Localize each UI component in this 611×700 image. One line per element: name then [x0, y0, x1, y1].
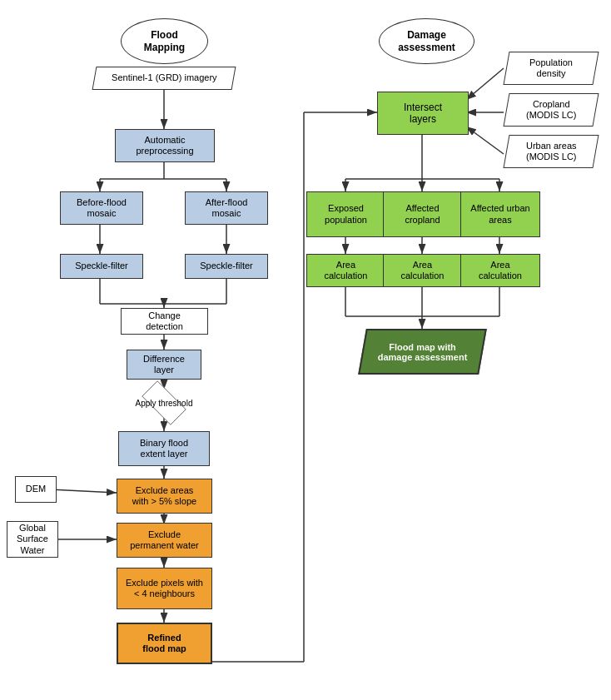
global-surface-node: Global Surface Water [7, 521, 58, 558]
flood-mapping-label: Flood Mapping [144, 29, 185, 53]
flood-mapping-node: Flood Mapping [121, 18, 208, 64]
damage-assessment-label: Damage assessment [398, 29, 455, 53]
exposed-population-node: Exposed population [306, 191, 385, 237]
flood-map-damage-node: Flood map with damage assessment [362, 329, 483, 375]
before-flood-label: Before-flood mosaic [77, 197, 127, 219]
speckle1-node: Speckle-filter [60, 254, 143, 279]
affected-urban-label: Affected urban areas [470, 203, 529, 225]
damage-assessment-node: Damage assessment [379, 18, 474, 64]
binary-flood-label: Binary flood extent layer [140, 438, 188, 459]
affected-cropland-label: Affected cropland [405, 203, 440, 225]
difference-layer-node: Difference layer [127, 350, 201, 380]
auto-preprocess-node: Automatic preprocessing [115, 129, 215, 162]
flood-map-damage-label: Flood map with damage assessment [378, 342, 468, 362]
exclude-pixels-node: Exclude pixels with < 4 neighbours [117, 568, 212, 609]
speckle2-node: Speckle-filter [185, 254, 268, 279]
change-detection-label: Change detection [146, 310, 183, 332]
exclude-slope-label: Exclude areas with > 5% slope [132, 485, 196, 507]
change-detection-node: Change detection [121, 308, 208, 335]
speckle2-label: Speckle-filter [200, 261, 253, 271]
affected-cropland-node: Affected cropland [383, 191, 462, 237]
area-calc3-node: Area calculation [460, 254, 540, 287]
speckle1-label: Speckle-filter [75, 261, 128, 271]
sentinel-node: Sentinel-1 (GRD) imagery [92, 67, 236, 90]
urban-areas-node: Urban areas (MODIS LC) [503, 135, 599, 168]
after-flood-node: After-flood mosaic [185, 191, 268, 225]
area-calc2-node: Area calculation [383, 254, 462, 287]
apply-threshold-label: Apply threshold [136, 399, 193, 408]
svg-line-21 [50, 489, 117, 493]
after-flood-label: After-flood mosaic [206, 197, 248, 219]
binary-flood-node: Binary flood extent layer [118, 431, 210, 466]
svg-line-26 [466, 68, 504, 100]
cropland-node: Cropland (MODIS LC) [503, 93, 599, 127]
svg-line-28 [466, 127, 504, 154]
refined-flood-node: Refined flood map [117, 623, 212, 664]
auto-preprocess-label: Automatic preprocessing [136, 135, 193, 156]
global-surface-label: Global Surface Water [17, 523, 48, 556]
apply-threshold-node: Apply threshold [135, 387, 193, 419]
area-calc1-label: Area calculation [325, 260, 368, 281]
intersect-layers-label: Intersect layers [404, 102, 442, 126]
difference-layer-label: Difference layer [143, 354, 185, 375]
diagram: Flood Mapping Sentinel-1 (GRD) imagery A… [0, 0, 611, 700]
affected-urban-node: Affected urban areas [460, 191, 540, 237]
exclude-water-label: Exclude permanent water [130, 529, 199, 551]
area-calc1-node: Area calculation [306, 254, 385, 287]
refined-flood-label: Refined flood map [142, 633, 186, 654]
dem-node: DEM [15, 476, 57, 503]
before-flood-node: Before-flood mosaic [60, 191, 143, 225]
sentinel-label: Sentinel-1 (GRD) imagery [112, 72, 217, 83]
urban-areas-label: Urban areas (MODIS LC) [526, 141, 577, 162]
dem-label: DEM [26, 484, 46, 494]
cropland-label: Cropland (MODIS LC) [526, 99, 577, 121]
exclude-slope-node: Exclude areas with > 5% slope [117, 479, 212, 514]
exposed-population-label: Exposed population [325, 203, 367, 225]
population-density-label: Population density [529, 57, 573, 79]
intersect-layers-node: Intersect layers [377, 92, 469, 135]
exclude-pixels-label: Exclude pixels with < 4 neighbours [126, 578, 203, 599]
area-calc3-label: Area calculation [479, 260, 522, 281]
population-density-node: Population density [503, 52, 599, 85]
area-calc2-label: Area calculation [401, 260, 445, 281]
exclude-water-node: Exclude permanent water [117, 523, 212, 558]
